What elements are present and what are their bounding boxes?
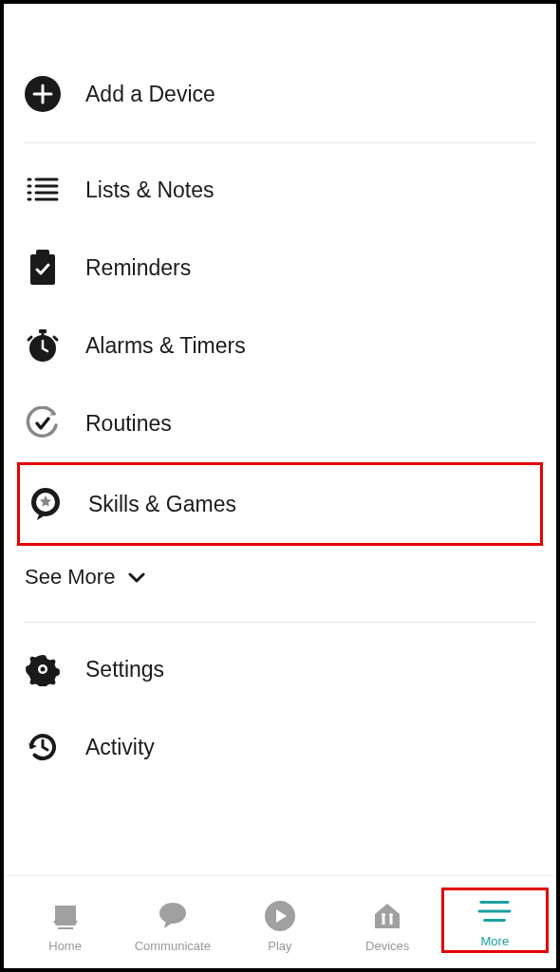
nav-devices[interactable]: Devices [334, 899, 441, 953]
bottom-nav: Home Communicate Play Devices More [4, 875, 556, 968]
menu-item-label: Alarms & Timers [85, 333, 246, 359]
routines-cycle-icon [25, 405, 61, 441]
menu-item-activity[interactable]: Activity [25, 708, 535, 786]
nav-communicate[interactable]: Communicate [119, 899, 226, 953]
svg-rect-12 [36, 250, 49, 256]
nav-label: More [481, 934, 510, 948]
menu-item-label: Settings [85, 657, 164, 682]
nav-label: Play [268, 939, 291, 953]
svg-point-21 [159, 903, 186, 924]
menu-item-routines[interactable]: Routines [25, 384, 535, 462]
see-more-toggle[interactable]: See More [25, 546, 535, 612]
home-icon [48, 899, 83, 933]
see-more-label: See More [25, 565, 115, 589]
nav-label: Home [48, 939, 82, 953]
menu-item-lists-notes[interactable]: Lists & Notes [25, 151, 535, 229]
svg-point-24 [389, 913, 393, 917]
menu-item-add-device[interactable]: Add a Device [25, 55, 535, 133]
menu-item-label: Skills & Games [88, 492, 236, 517]
divider [25, 622, 535, 623]
menu-item-label: Routines [85, 411, 172, 437]
menu-item-reminders[interactable]: Reminders [25, 229, 535, 307]
hamburger-menu-icon [477, 894, 512, 928]
main-menu: Add a Device Lists & Notes Reminders Ala… [4, 4, 556, 875]
menu-item-label: Lists & Notes [85, 178, 215, 203]
menu-item-alarms-timers[interactable]: Alarms & Timers [25, 307, 535, 384]
history-icon [25, 729, 61, 765]
alarm-clock-icon [25, 327, 61, 364]
menu-item-settings[interactable]: Settings [25, 630, 535, 708]
devices-house-icon [370, 899, 404, 933]
menu-item-label: Reminders [85, 255, 191, 281]
speech-star-icon [28, 486, 64, 522]
speech-bubble-icon [156, 899, 190, 933]
nav-home[interactable]: Home [11, 899, 119, 953]
plus-circle-icon [25, 76, 61, 112]
chevron-down-icon [128, 565, 145, 589]
svg-point-23 [382, 913, 385, 917]
menu-item-label: Activity [85, 735, 155, 760]
nav-label: Devices [365, 939, 409, 953]
svg-rect-20 [58, 927, 73, 929]
list-icon [25, 172, 61, 208]
nav-label: Communicate [135, 939, 211, 953]
nav-play[interactable]: Play [226, 899, 333, 953]
divider [25, 142, 535, 143]
nav-more[interactable]: More [441, 888, 549, 953]
clipboard-check-icon [25, 250, 61, 286]
play-circle-icon [263, 899, 297, 933]
svg-point-19 [41, 667, 46, 672]
menu-item-label: Add a Device [85, 82, 215, 107]
gear-icon [25, 651, 61, 687]
menu-item-skills-games[interactable]: Skills & Games [17, 462, 543, 546]
